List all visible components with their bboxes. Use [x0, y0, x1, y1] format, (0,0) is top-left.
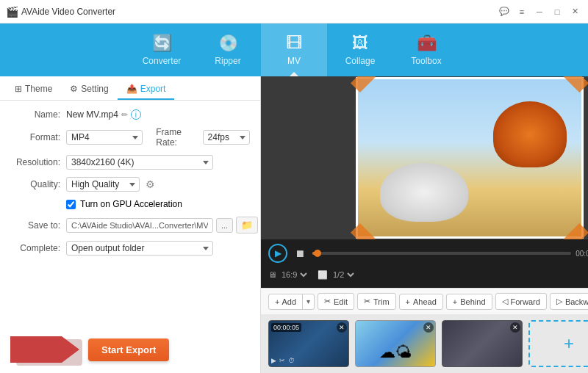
progress-bar[interactable] — [312, 252, 571, 255]
minimize-button[interactable]: ─ — [532, 4, 547, 19]
time-display: 00:00:00.00/00:00:29.17 — [576, 250, 588, 258]
progress-thumb — [314, 250, 321, 257]
tab-setting[interactable]: ⚙ Setting — [61, 79, 117, 100]
collage-icon: 🖼 — [352, 34, 368, 53]
toolbox-icon: 🧰 — [417, 34, 437, 53]
video-preview: ‹ + › — [261, 76, 588, 239]
export-icon: 📤 — [126, 84, 137, 94]
forward-button[interactable]: ◁ Forward — [495, 293, 547, 310]
zoom-icon: ⬜ — [318, 270, 328, 280]
nav-converter[interactable]: 🔄 Converter — [129, 23, 195, 76]
thumb-controls-1: ▶ ✂ ⏱ — [271, 357, 295, 364]
backward-label: Backward — [565, 297, 588, 306]
app-title: AVAide Video Converter — [21, 7, 497, 17]
video-frame: + — [356, 77, 584, 239]
trim-label: Trim — [373, 297, 390, 306]
add-main[interactable]: + Add — [269, 294, 303, 309]
ripper-icon: 💿 — [218, 34, 238, 53]
behind-label: Behind — [460, 297, 485, 306]
start-export-button[interactable]: Start Export — [88, 338, 169, 361]
menu-button[interactable]: ≡ — [514, 4, 529, 19]
nav-mv[interactable]: 🎞 MV — [261, 23, 327, 76]
chat-button[interactable]: 💬 — [497, 4, 512, 19]
edit-button[interactable]: ✂ Edit — [318, 293, 354, 310]
ahead-button[interactable]: + Ahead — [399, 294, 443, 310]
timeline-item-1[interactable]: 00:00:05 ✕ ▶ ✂ ⏱ — [268, 320, 349, 367]
name-label: Name: — [10, 109, 60, 120]
saveto-row: Save to: ... 📁 — [10, 217, 250, 233]
tab-setting-label: Setting — [81, 84, 108, 94]
close-item-3[interactable]: ✕ — [510, 322, 520, 333]
quality-label: Quality: — [10, 179, 60, 189]
quality-row: Quality: High QualityMedium QualityLow Q… — [10, 177, 250, 192]
tab-export[interactable]: 📤 Export — [118, 79, 175, 100]
mv-icon: 🎞 — [286, 34, 302, 53]
ahead-label: Ahead — [413, 297, 437, 306]
aspect-ratio-select[interactable]: 16:94:31:1 — [279, 269, 309, 280]
bottom-toolbar: + Add ▾ ✂ Edit ✂ Trim + Ahead + Behind — [261, 288, 588, 314]
backward-button[interactable]: ▷ Backward — [550, 293, 588, 310]
framerate-select[interactable]: 24fps25fps30fps60fps — [203, 130, 250, 145]
forward-icon: ◁ — [502, 297, 508, 306]
add-timeline-icon: + — [564, 333, 574, 354]
player-row2: 🖥 16:94:31:1 ⬜ 1/21/12/1 Start Export — [268, 266, 588, 283]
player-row1: ▶ ⏹ 00:00:00.00/00:00:29.17 🔊 — [268, 244, 588, 263]
behind-icon: + — [453, 297, 457, 306]
trim-button[interactable]: ✂ Trim — [357, 293, 396, 310]
quality-settings-icon[interactable]: ⚙ — [146, 178, 155, 190]
nav-collage[interactable]: 🖼 Collage — [327, 23, 393, 76]
time-item-1[interactable]: ⏱ — [288, 357, 295, 364]
tab-theme[interactable]: ⊞ Theme — [6, 79, 61, 100]
add-dropdown-arrow[interactable]: ▾ — [303, 294, 314, 308]
edit-icon: ✂ — [324, 297, 331, 306]
complete-label: Complete: — [10, 243, 60, 253]
quality-select[interactable]: High QualityMedium QualityLow Quality — [66, 177, 140, 192]
gpu-label: Turn on GPU Acceleration — [80, 199, 182, 209]
name-info-icon[interactable]: i — [131, 109, 141, 120]
close-item-2[interactable]: ✕ — [423, 322, 434, 333]
forward-label: Forward — [511, 297, 540, 306]
name-text: New MV.mp4 — [66, 109, 118, 120]
main-content: ⊞ Theme ⚙ Setting 📤 Export Name: New MV.… — [0, 76, 588, 373]
zoom-select[interactable]: 1/21/12/1 — [330, 269, 356, 280]
play-button[interactable]: ▶ — [268, 244, 287, 263]
resolution-select[interactable]: 3840x2160 (4K)1920x1080 (1080p)1280x720 … — [66, 155, 213, 170]
converter-icon: 🔄 — [152, 34, 172, 53]
gpu-checkbox[interactable] — [66, 200, 76, 209]
arrow-head — [62, 336, 79, 363]
close-button[interactable]: ✕ — [567, 4, 582, 19]
framerate-label: Frame Rate: — [156, 127, 196, 148]
right-panel: ‹ + › ▶ ⏹ — [261, 76, 588, 373]
saveto-input[interactable] — [66, 218, 213, 233]
complete-select[interactable]: Open output folderDo nothingShut down — [66, 241, 213, 256]
app-icon: 🎬 — [6, 6, 18, 18]
format-select[interactable]: MP4AVIMOVMKV — [66, 130, 143, 145]
timeline-add-button[interactable]: + — [528, 320, 588, 367]
arrow-body — [10, 336, 62, 363]
play-item-1[interactable]: ▶ — [271, 357, 276, 364]
folder-button[interactable]: 📁 — [236, 217, 258, 233]
add-button[interactable]: + Add ▾ — [268, 294, 315, 310]
timeline-item-2[interactable]: ✕ ☁🌤 — [355, 320, 436, 367]
name-value: New MV.mp4 ✏ i — [66, 109, 141, 120]
player-controls: ▶ ⏹ 00:00:00.00/00:00:29.17 🔊 🖥 16:94:31… — [261, 239, 588, 288]
name-row: Name: New MV.mp4 ✏ i — [10, 109, 250, 120]
monitor-icon: 🖥 — [268, 270, 276, 279]
saveto-label: Save to: — [10, 220, 60, 231]
resolution-row: Resolution: 3840x2160 (4K)1920x1080 (108… — [10, 155, 250, 170]
behind-button[interactable]: + Behind — [446, 294, 492, 310]
timeline-item-3[interactable]: ✕ — [442, 320, 523, 367]
maximize-button[interactable]: □ — [550, 4, 564, 19]
timeline: 00:00:05 ✕ ▶ ✂ ⏱ ✕ ☁🌤 ✕ + — [261, 314, 588, 373]
close-item-1[interactable]: ✕ — [337, 322, 347, 333]
titlebar: 🎬 AVAide Video Converter 💬 ≡ ─ □ ✕ — [0, 0, 588, 23]
gpu-row: Turn on GPU Acceleration — [10, 199, 250, 209]
theme-icon: ⊞ — [15, 84, 22, 94]
name-edit-icon[interactable]: ✏ — [121, 110, 128, 120]
nav-ripper[interactable]: 💿 Ripper — [195, 23, 261, 76]
navbar: 🔄 Converter 💿 Ripper 🎞 MV 🖼 Collage 🧰 To… — [0, 23, 588, 76]
scissors-item-1[interactable]: ✂ — [279, 357, 285, 364]
nav-toolbox[interactable]: 🧰 Toolbox — [393, 23, 459, 76]
stop-button[interactable]: ⏹ — [292, 245, 308, 261]
browse-button[interactable]: ... — [216, 218, 233, 233]
